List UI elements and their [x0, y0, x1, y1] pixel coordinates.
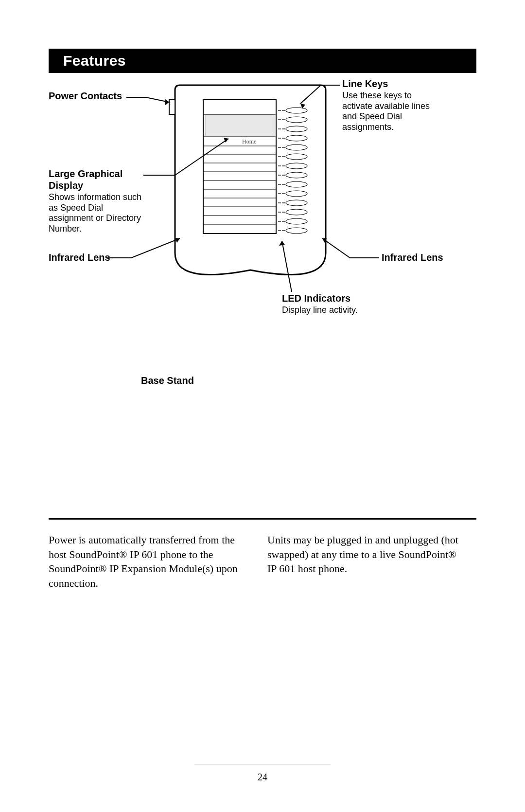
svg-point-51 [286, 209, 307, 215]
svg-point-57 [286, 228, 307, 234]
features-diagram: Home [49, 75, 476, 353]
svg-point-48 [286, 200, 307, 206]
callout-infrared-left: Infrared Lens [49, 252, 122, 263]
svg-point-18 [286, 108, 307, 113]
callout-title: Base Stand [141, 375, 238, 386]
page: Features [0, 0, 525, 812]
svg-point-24 [286, 126, 307, 132]
svg-marker-58 [165, 99, 169, 105]
svg-point-30 [286, 144, 307, 150]
svg-point-36 [286, 163, 307, 169]
page-number: 24 [0, 772, 525, 783]
svg-point-27 [286, 135, 307, 141]
callout-title: Infrared Lens [382, 252, 455, 263]
callout-title: Infrared Lens [49, 252, 122, 263]
body-paragraph-left: Power is automatically transferred from … [49, 533, 243, 591]
svg-point-39 [286, 172, 307, 178]
callout-desc: Display line activity. [282, 305, 379, 316]
callout-desc: Use these keys to activate available lin… [342, 90, 444, 132]
callout-infrared-right: Infrared Lens [382, 252, 455, 263]
callout-line-keys: Line Keys Use these keys to activate ava… [342, 78, 444, 132]
callout-large-display: Large Graphical Display Shows informatio… [49, 168, 146, 234]
callout-power-contacts: Power Contacts [49, 90, 131, 102]
section-header-title: Features [63, 53, 126, 69]
svg-point-42 [286, 181, 307, 187]
svg-point-21 [286, 117, 307, 123]
body-paragraph-right: Units may be plugged in and unplugged (h… [267, 533, 462, 576]
svg-point-54 [286, 218, 307, 224]
svg-text:Home: Home [242, 138, 256, 145]
svg-rect-2 [205, 114, 274, 136]
callout-base-stand: Base Stand [141, 375, 238, 386]
callout-led-indicators: LED Indicators Display line activity. [282, 292, 379, 316]
svg-rect-0 [169, 100, 175, 114]
callout-title: Power Contacts [49, 90, 131, 102]
section-rule [49, 518, 476, 520]
callout-desc: Shows information such as Speed Dial ass… [49, 192, 146, 234]
svg-point-45 [286, 191, 307, 197]
footer-rule [194, 764, 331, 764]
svg-point-33 [286, 154, 307, 160]
callout-title: Line Keys [342, 78, 444, 90]
section-header: Features [49, 49, 476, 73]
callout-title: Large Graphical Display [49, 168, 146, 191]
callout-title: LED Indicators [282, 292, 379, 304]
